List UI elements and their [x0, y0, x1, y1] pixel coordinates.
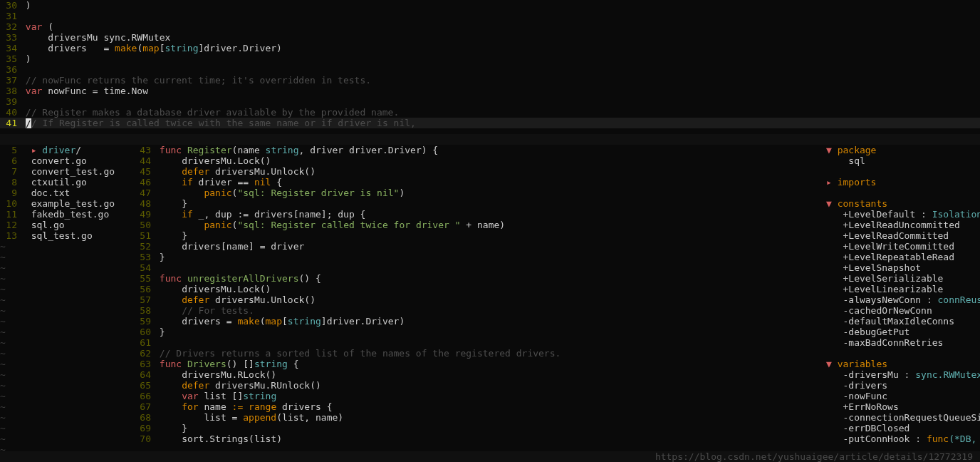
code-line[interactable]: 50 panic("sql: Register called twice for… [134, 220, 826, 230]
tagbar-item[interactable]: +ErrNoRows [826, 401, 980, 412]
code-line[interactable]: 30 ) [0, 0, 980, 11]
section-title: variables [838, 359, 887, 369]
code-line[interactable]: 55 func unregisterAllDrivers() { [134, 273, 826, 284]
code-line[interactable]: 61 [134, 337, 826, 348]
tagbar-pane[interactable]: ▼ package sql ▸ imports ▼ constants +Lev… [826, 145, 980, 451]
code-line[interactable]: 69 } [134, 423, 826, 433]
file-item[interactable]: 12 sql.go [0, 220, 134, 230]
tagbar-item[interactable]: -putConnHook : func(*DB, *d [826, 433, 980, 444]
tagbar-section-header[interactable]: ▼ constants [826, 198, 980, 209]
tagbar-item[interactable]: +LevelDefault : IsolationLe [826, 209, 980, 220]
code-line[interactable]: 62 // Drivers returns a sorted list of t… [134, 348, 826, 359]
code-line[interactable]: 45 defer driversMu.Unlock() [134, 166, 826, 177]
tagbar-item[interactable]: -debugGetPut [826, 327, 980, 337]
tagbar-item[interactable]: -maxBadConnRetries [826, 337, 980, 348]
code-line[interactable]: 66 var list []string [134, 391, 826, 401]
code-line[interactable]: 39 [0, 96, 980, 107]
code-line[interactable]: 51 } [134, 230, 826, 241]
file-label: convert.go [31, 155, 87, 166]
code-line[interactable]: 53 } [134, 252, 826, 262]
tagbar-item[interactable]: sql [826, 155, 980, 166]
code-line[interactable]: 37 // nowFunc returns the current time; … [0, 75, 980, 86]
tagbar-item[interactable]: +LevelLinearizable [826, 284, 980, 294]
line-number: 40 [0, 107, 20, 118]
file-tree-pane[interactable]: 5 ▸ driver/6 convert.go7 convert_test.go… [0, 145, 134, 451]
tagbar-section-header[interactable]: ▼ variables [826, 359, 980, 369]
tagbar-item[interactable]: +LevelReadCommitted [826, 230, 980, 241]
tagbar-item[interactable]: +LevelRepeatableRead [826, 252, 980, 262]
tagbar-item[interactable]: +LevelReadUncommitted [826, 220, 980, 230]
line-number: 53 [134, 252, 154, 262]
file-item[interactable]: 7 convert_test.go [0, 166, 134, 177]
code-line[interactable]: 68 list = append(list, name) [134, 412, 826, 423]
line-number: 54 [134, 262, 154, 273]
code-line[interactable]: 65 defer driversMu.RUnlock() [134, 380, 826, 391]
code-line[interactable]: 36 [0, 64, 980, 75]
tagbar-item[interactable]: +LevelSerializable [826, 273, 980, 284]
code-line[interactable]: 54 [134, 262, 826, 273]
tagbar-item[interactable]: -drivers [826, 380, 980, 391]
file-item[interactable]: 8 ctxutil.go [0, 177, 134, 188]
code-line[interactable]: 64 driversMu.RLock() [134, 369, 826, 380]
chevron-down-icon: ▼ [826, 145, 838, 155]
tagbar-item[interactable]: -cachedOrNewConn [826, 305, 980, 316]
code-line[interactable]: 32 var ( [0, 21, 980, 32]
code-line[interactable]: 35 ) [0, 53, 980, 64]
tagbar-item[interactable]: +LevelWriteCommitted [826, 241, 980, 252]
code-line[interactable]: 52 drivers[name] = driver [134, 241, 826, 252]
filler-line: ~ [0, 369, 134, 380]
tagbar-section-header[interactable]: ▼ package [826, 145, 980, 155]
code-line[interactable]: 33 driversMu sync.RWMutex [0, 32, 980, 43]
code-line[interactable]: 46 if driver == nil { [134, 177, 826, 188]
code-line[interactable]: 70 sort.Strings(list) [134, 433, 826, 444]
preview-pane[interactable]: 43 func Register(name string, driver dri… [134, 145, 826, 451]
tagbar-item[interactable]: -defaultMaxIdleConns [826, 316, 980, 327]
line-number: 36 [0, 64, 20, 75]
code-line[interactable]: 67 for name := range drivers { [134, 401, 826, 412]
file-item[interactable]: 11 fakedb_test.go [0, 209, 134, 220]
file-label: sql.go [31, 220, 65, 230]
code-line[interactable]: 57 defer driversMu.Unlock() [134, 294, 826, 305]
code-line[interactable]: 44 driversMu.Lock() [134, 155, 826, 166]
tag-name: ErrNoRows [848, 401, 898, 412]
code-line[interactable]: 49 if _, dup := drivers[name]; dup { [134, 209, 826, 220]
file-item[interactable]: 10 example_test.go [0, 198, 134, 209]
main-editor-pane[interactable]: 30 )31 32 var (33 driversMu sync.RWMutex… [0, 0, 980, 134]
file-item[interactable]: 9 doc.txt [0, 188, 134, 198]
filler-line: ~ [0, 262, 134, 273]
tagbar-item[interactable]: -driversMu : sync.RWMutex [826, 369, 980, 380]
code-line[interactable]: 34 drivers = make(map[string]driver.Driv… [0, 43, 980, 53]
code-line[interactable]: 59 drivers = make(map[string]driver.Driv… [134, 316, 826, 327]
code-line[interactable]: 40 // Register makes a database driver a… [0, 107, 980, 118]
code-line[interactable]: 63 func Drivers() []string { [134, 359, 826, 369]
code-line[interactable]: 48 } [134, 198, 826, 209]
code-line[interactable]: 47 panic("sql: Register driver is nil") [134, 188, 826, 198]
folder-item[interactable]: 5 ▸ driver/ [0, 145, 134, 155]
chevron-down-icon: ▼ [826, 359, 838, 369]
line-number: 65 [134, 380, 154, 391]
tagbar-item[interactable]: -nowFunc [826, 391, 980, 401]
code-line[interactable]: 43 func Register(name string, driver dri… [134, 145, 826, 155]
file-label: convert_test.go [31, 166, 115, 177]
code-line[interactable]: 60 } [134, 327, 826, 337]
code-line[interactable]: 56 driversMu.Lock() [134, 284, 826, 294]
tagbar-item[interactable]: -errDBClosed [826, 423, 980, 433]
line-number: 48 [134, 198, 154, 209]
line-number: 66 [134, 391, 154, 401]
filler-line: ~ [0, 433, 134, 444]
code-line[interactable]: 58 // For tests. [134, 305, 826, 316]
tag-name: LevelSerializable [848, 273, 943, 284]
tagbar-item[interactable]: +LevelSnapshot [826, 262, 980, 273]
filler-line: ~ [0, 327, 134, 337]
code-line[interactable]: 41 // If Register is called twice with t… [0, 118, 980, 128]
file-item[interactable]: 6 convert.go [0, 155, 134, 166]
code-line[interactable]: 38 var nowFunc = time.Now [0, 86, 980, 96]
tagbar-item[interactable]: -connectionRequestQueueSize [826, 412, 980, 423]
tagbar-item[interactable]: -alwaysNewConn : connReuseS [826, 294, 980, 305]
file-item[interactable]: 13 sql_test.go [0, 230, 134, 241]
line-number: 57 [134, 294, 154, 305]
line-number: 38 [0, 86, 20, 96]
line-number: 34 [0, 43, 20, 53]
tagbar-section-header[interactable]: ▸ imports [826, 177, 980, 188]
code-line[interactable]: 31 [0, 11, 980, 21]
